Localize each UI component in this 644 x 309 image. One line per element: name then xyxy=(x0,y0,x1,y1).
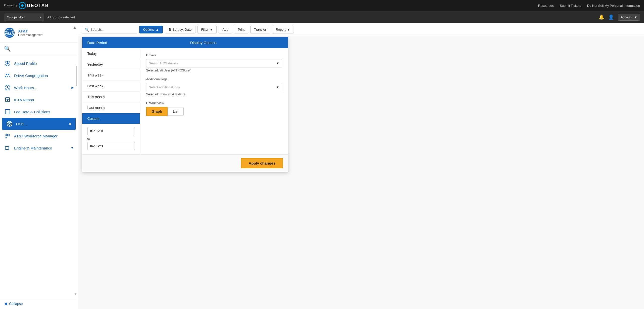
display-options-column: Drivers Search HOS drivers ▼ Selected: a… xyxy=(140,48,288,154)
default-view-row: Default view Graph List xyxy=(146,101,282,116)
date-custom-section: to xyxy=(82,124,140,154)
additional-logs-label: Additional logs xyxy=(146,77,282,81)
date-option-custom[interactable]: Custom xyxy=(82,113,140,124)
resources-link[interactable]: Resources xyxy=(538,4,554,8)
sidebar-item-log-data[interactable]: Log Data & Collisions xyxy=(0,106,78,118)
dropdown-body: Today Yesterday This week Last week This… xyxy=(82,48,288,154)
date-period-title: Date Period xyxy=(82,37,185,48)
user-account-label: Account xyxy=(621,15,632,19)
hos-icon xyxy=(6,120,13,127)
engine-maintenance-label: Engine & Maintenance xyxy=(14,146,52,150)
svg-point-1 xyxy=(21,4,24,7)
additional-logs-chevron-icon: ▼ xyxy=(276,85,279,89)
report-label: Report xyxy=(276,28,286,31)
sidebar: ▲ AT&T AT&T Fleet Management 🔍 xyxy=(0,23,78,309)
sidebar-item-speed-profile[interactable]: Speed Profile xyxy=(0,57,78,69)
svg-rect-22 xyxy=(5,146,9,149)
driver-congregation-icon xyxy=(4,72,11,79)
geotab-brand: GEOTAB xyxy=(27,3,49,8)
notifications-bell-icon[interactable]: 🔔 xyxy=(599,14,604,20)
sidebar-scroll-up-button[interactable]: ▲ xyxy=(73,25,77,30)
date-option-last-week[interactable]: Last week xyxy=(82,81,140,92)
graph-view-button[interactable]: Graph xyxy=(146,107,168,116)
additional-logs-selected-text: Selected: Show modifications xyxy=(146,93,282,96)
filter-button[interactable]: Filter ▼ xyxy=(197,26,217,33)
geotab-logo-icon xyxy=(19,2,26,9)
do-not-sell-link[interactable]: Do Not Sell My Personal Information xyxy=(587,4,640,8)
search-input[interactable] xyxy=(91,28,135,31)
sidebar-collapse-button[interactable]: ◀ Collapse xyxy=(0,298,78,309)
date-period-column: Today Yesterday This week Last week This… xyxy=(82,48,140,154)
work-hours-icon xyxy=(4,84,11,91)
options-button[interactable]: Options ▲ xyxy=(139,26,163,33)
sidebar-item-att-workforce[interactable]: AT&T Workforce Manager xyxy=(0,130,78,142)
ifta-report-label: IFTA Report xyxy=(14,98,34,102)
drivers-select[interactable]: Search HOS drivers ▼ xyxy=(146,59,282,67)
date-to-input[interactable] xyxy=(87,142,135,150)
att-workforce-label: AT&T Workforce Manager xyxy=(14,134,58,138)
work-hours-arrow-icon: ▶ xyxy=(71,86,74,89)
search-icon: 🔍 xyxy=(85,28,89,32)
user-avatar-icon[interactable]: 👤 xyxy=(608,14,614,20)
options-label: Options xyxy=(143,28,154,31)
svg-marker-23 xyxy=(9,147,10,148)
default-view-buttons: Graph List xyxy=(146,107,282,116)
sidebar-item-ifta-report[interactable]: IFTA Report xyxy=(0,94,78,106)
svg-point-21 xyxy=(9,123,10,124)
date-option-last-month[interactable]: Last month xyxy=(82,102,140,113)
groups-selected-text: All groups selected xyxy=(47,15,75,19)
sort-icon: ⇅ xyxy=(169,28,171,31)
collapse-chevron-icon: ◀ xyxy=(4,301,7,306)
drivers-selected-text: Selected: att User (ATTHOSUser) xyxy=(146,69,282,72)
add-button[interactable]: Add xyxy=(219,26,232,33)
user-account-chevron-icon: ▼ xyxy=(634,15,637,19)
date-option-yesterday[interactable]: Yesterday xyxy=(82,59,140,70)
toolbar: 🔍 Options ▲ ⇅ Sort by: Date Filter ▼ Add… xyxy=(78,23,644,36)
speed-profile-icon xyxy=(4,60,11,67)
sidebar-item-work-hours[interactable]: Work Hours... ▶ xyxy=(0,82,78,94)
list-view-button[interactable]: List xyxy=(168,107,184,116)
sort-button[interactable]: ⇅ Sort by: Date xyxy=(165,26,195,33)
sidebar-brand: AT&T xyxy=(18,29,43,33)
drivers-row: Drivers Search HOS drivers ▼ Selected: a… xyxy=(146,53,282,72)
svg-point-7 xyxy=(7,62,9,64)
svg-point-9 xyxy=(6,74,7,75)
date-option-this-week[interactable]: This week xyxy=(82,70,140,81)
sidebar-item-hos[interactable]: HOS... ▶ xyxy=(2,118,76,130)
sidebar-header: AT&T AT&T Fleet Management xyxy=(0,23,78,43)
report-button[interactable]: Report ▼ xyxy=(272,26,294,33)
date-option-today[interactable]: Today xyxy=(82,48,140,59)
print-button[interactable]: Print xyxy=(234,26,248,33)
date-from-input[interactable] xyxy=(87,127,135,135)
apply-changes-button[interactable]: Apply changes xyxy=(241,158,283,168)
date-option-this-month[interactable]: This month xyxy=(82,92,140,102)
transfer-button[interactable]: Transfer xyxy=(250,26,270,33)
att-workforce-icon xyxy=(4,132,11,139)
search-box[interactable]: 🔍 xyxy=(82,26,137,33)
sidebar-item-driver-congregation[interactable]: Driver Congregation xyxy=(0,69,78,82)
sidebar-scroll-down-indicator: ▼ xyxy=(74,292,77,296)
sidebar-title: AT&T Fleet Management xyxy=(18,29,43,37)
submit-tickets-link[interactable]: Submit Tickets xyxy=(560,4,581,8)
sidebar-nav: Speed Profile Driver Congregation xyxy=(0,55,78,298)
dropdown-header: Date Period Display Options xyxy=(82,37,288,48)
filter-chevron-icon: ▼ xyxy=(210,28,213,31)
powered-by-text: Powered by xyxy=(4,4,17,7)
drivers-label: Drivers xyxy=(146,53,282,57)
additional-logs-select[interactable]: Select additional logs ▼ xyxy=(146,83,282,91)
user-account-button[interactable]: Account ▼ xyxy=(618,14,640,21)
hos-label: HOS... xyxy=(16,122,27,126)
engine-maintenance-icon xyxy=(4,144,11,151)
collapse-label: Collapse xyxy=(9,302,23,306)
sidebar-item-engine-maintenance[interactable]: Engine & Maintenance ▼ xyxy=(0,142,78,154)
sidebar-scrollbar xyxy=(76,66,77,86)
groups-bar: Groups filter ▼ All groups selected 🔔 👤 … xyxy=(0,11,644,23)
print-label: Print xyxy=(238,28,245,31)
options-dropdown-panel: Date Period Display Options Today Yester… xyxy=(82,37,288,172)
svg-point-10 xyxy=(8,74,9,75)
options-chevron-icon: ▲ xyxy=(156,28,159,31)
add-label: Add xyxy=(222,28,228,31)
groups-filter-button[interactable]: Groups filter ▼ xyxy=(4,14,44,21)
search-icon[interactable]: 🔍 xyxy=(4,46,11,52)
svg-rect-15 xyxy=(5,109,10,114)
